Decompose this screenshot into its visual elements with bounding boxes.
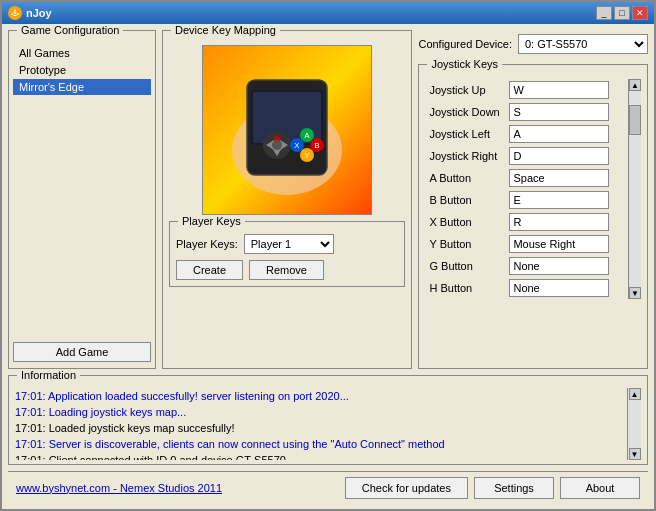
table-row: Joystick Up	[425, 79, 627, 101]
titlebar-buttons: _ □ ✕	[596, 6, 648, 20]
main-window: 🕹 nJoy _ □ ✕ Game Configuration All Game…	[0, 0, 656, 511]
player-keys-row: Player Keys: Player 1	[176, 234, 398, 254]
player-keys-label: Player Keys	[178, 215, 245, 227]
key-value-h-button[interactable]	[509, 279, 609, 297]
info-line-4: 17:01: Server is discoverable, clients c…	[15, 436, 627, 452]
close-button[interactable]: ✕	[632, 6, 648, 20]
phone-svg: A B X Y	[217, 60, 357, 200]
game-config-label: Game Configuration	[17, 24, 123, 36]
main-row: Game Configuration All Games Prototype M…	[8, 30, 648, 369]
info-line-2: 17:01: Loading joystick keys map...	[15, 404, 627, 420]
right-panel: Configured Device: 0: GT-S5570 Joystick …	[418, 30, 648, 369]
player-select[interactable]: Player 1	[244, 234, 334, 254]
device-key-mapping-label: Device Key Mapping	[171, 24, 280, 36]
table-row: B Button	[425, 189, 627, 211]
key-value-y-button[interactable]	[509, 235, 609, 253]
titlebar: 🕹 nJoy _ □ ✕	[2, 2, 654, 24]
table-row: G Button	[425, 255, 627, 277]
key-value-joystick-up[interactable]	[509, 81, 609, 99]
game-item-prototype[interactable]: Prototype	[13, 62, 151, 78]
joystick-keys-label: Joystick Keys	[427, 58, 502, 70]
device-select[interactable]: 0: GT-S5570	[518, 34, 648, 54]
game-item-mirrors-edge[interactable]: Mirror's Edge	[13, 79, 151, 95]
configured-device-label: Configured Device:	[418, 38, 512, 50]
joystick-keys-inner: Joystick Up Joystick Down Joystick Left	[425, 79, 641, 299]
window-title: nJoy	[26, 7, 52, 19]
minimize-button[interactable]: _	[596, 6, 612, 20]
info-scrollbar[interactable]: ▲ ▼	[627, 388, 641, 460]
table-row: A Button	[425, 167, 627, 189]
player-keys-text: Player Keys:	[176, 238, 238, 250]
device-key-mapping-panel: Device Key Mapping	[162, 30, 412, 369]
svg-text:Y: Y	[305, 151, 311, 160]
table-row: Joystick Right	[425, 145, 627, 167]
svg-text:A: A	[305, 131, 311, 140]
titlebar-left: 🕹 nJoy	[8, 6, 52, 20]
bottom-link[interactable]: www.byshynet.com - Nemex Studios 2011	[16, 482, 222, 494]
game-list: All Games Prototype Mirror's Edge	[13, 45, 151, 334]
svg-point-9	[272, 140, 282, 150]
info-line-1: 17:01: Application loaded succesfully! s…	[15, 388, 627, 404]
maximize-button[interactable]: □	[614, 6, 630, 20]
game-item-all-games[interactable]: All Games	[13, 45, 151, 61]
key-value-a-button[interactable]	[509, 169, 609, 187]
about-button[interactable]: About	[560, 477, 640, 499]
player-keys-panel: Player Keys Player Keys: Player 1 Create…	[169, 221, 405, 287]
info-line-3: 17:01: Loaded joystick keys map succesfu…	[15, 420, 627, 436]
key-name-joystick-up: Joystick Up	[425, 79, 505, 101]
create-button[interactable]: Create	[176, 260, 243, 280]
key-name-a-button: A Button	[425, 167, 505, 189]
bottom-bar: www.byshynet.com - Nemex Studios 2011 Ch…	[8, 471, 648, 503]
key-name-joystick-down: Joystick Down	[425, 101, 505, 123]
svg-text:B: B	[315, 141, 320, 150]
device-image: A B X Y	[202, 45, 372, 215]
joystick-scrollbar[interactable]: ▲ ▼	[628, 79, 641, 299]
key-value-g-button[interactable]	[509, 257, 609, 275]
joystick-keys-panel: Joystick Keys Joystick Up Joystick Down	[418, 64, 648, 369]
key-name-y-button: Y Button	[425, 233, 505, 255]
key-name-x-button: X Button	[425, 211, 505, 233]
create-remove-row: Create Remove	[176, 260, 398, 280]
key-name-b-button: B Button	[425, 189, 505, 211]
key-value-b-button[interactable]	[509, 191, 609, 209]
info-panel: Information 17:01: Application loaded su…	[8, 375, 648, 465]
game-config-panel: Game Configuration All Games Prototype M…	[8, 30, 156, 369]
table-row: Y Button	[425, 233, 627, 255]
configured-device-row: Configured Device: 0: GT-S5570	[418, 30, 648, 58]
check-updates-button[interactable]: Check for updates	[345, 477, 468, 499]
settings-button[interactable]: Settings	[474, 477, 554, 499]
info-line-5: 17:01: Client connected with ID 0 and de…	[15, 452, 627, 460]
table-row: Joystick Left	[425, 123, 627, 145]
key-value-x-button[interactable]	[509, 213, 609, 231]
key-name-h-button: H Button	[425, 277, 505, 299]
table-row: Joystick Down	[425, 101, 627, 123]
svg-text:X: X	[295, 141, 301, 150]
key-name-joystick-left: Joystick Left	[425, 123, 505, 145]
key-value-joystick-left[interactable]	[509, 125, 609, 143]
remove-button[interactable]: Remove	[249, 260, 324, 280]
key-value-joystick-right[interactable]	[509, 147, 609, 165]
joystick-table: Joystick Up Joystick Down Joystick Left	[425, 79, 627, 299]
info-label: Information	[17, 369, 80, 381]
app-icon: 🕹	[8, 6, 22, 20]
add-game-button[interactable]: Add Game	[13, 342, 151, 362]
main-content: Game Configuration All Games Prototype M…	[2, 24, 654, 509]
key-name-g-button: G Button	[425, 255, 505, 277]
key-name-joystick-right: Joystick Right	[425, 145, 505, 167]
key-value-joystick-down[interactable]	[509, 103, 609, 121]
info-text: 17:01: Application loaded succesfully! s…	[15, 388, 627, 460]
bottom-buttons: Check for updates Settings About	[345, 477, 640, 499]
scrollbar-thumb[interactable]	[629, 105, 641, 135]
table-row: H Button	[425, 277, 627, 299]
table-row: X Button	[425, 211, 627, 233]
